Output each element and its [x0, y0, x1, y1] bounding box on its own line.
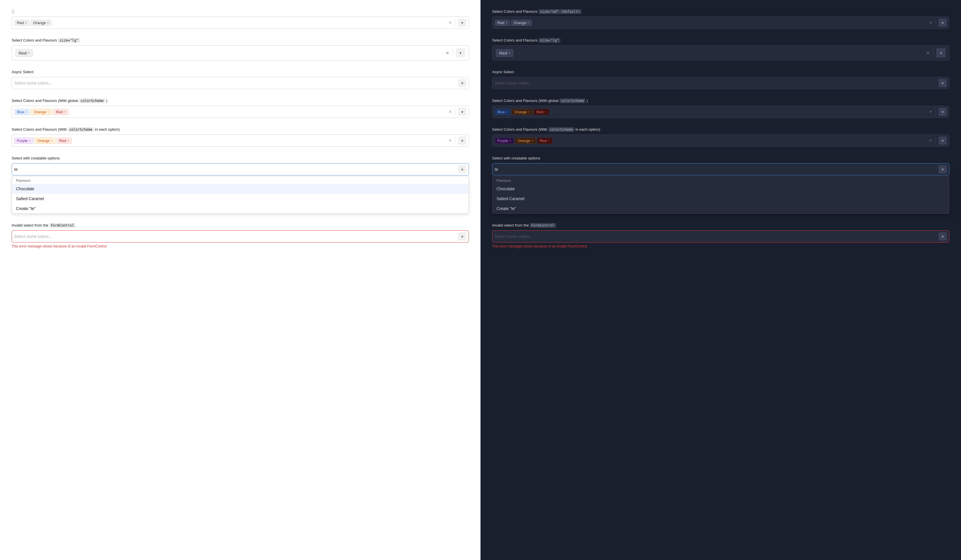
clear-button-per-option[interactable]: ×	[448, 138, 452, 143]
tag-red-global-dark-close[interactable]: ×	[545, 111, 546, 114]
select-actions-async-dark: ▾	[939, 79, 947, 87]
section-creatable: Select with creatable options ▾ Flavours…	[11, 156, 469, 214]
select-invalid[interactable]: Select some colors... ▾	[11, 230, 469, 242]
dropdown-item-salted-caramel-dark[interactable]: Salted Caramel	[492, 194, 949, 204]
select-actions-global: × ▾	[448, 108, 466, 116]
tags-area-lg-dark: Red ×	[496, 49, 924, 57]
select-async-dark[interactable]: Select some colors... ▾	[492, 77, 950, 89]
tag-red-dark: Red ×	[495, 20, 510, 26]
clear-button[interactable]: ×	[448, 20, 452, 26]
section-label-md-dark: Select Colors and Flavours size="md" (de…	[492, 9, 950, 14]
tag-orange-per-option-close[interactable]: ×	[51, 139, 53, 142]
select-actions-invalid-dark: ▾	[939, 233, 947, 241]
chevron-button-async[interactable]: ▾	[458, 79, 466, 87]
chevron-button-creatable[interactable]: ▾	[458, 165, 466, 173]
clear-button-lg-dark[interactable]: ×	[926, 50, 930, 56]
multiselect-lg-dark[interactable]: Red × × ▾	[492, 45, 950, 60]
dropdown-group-flavours-dark: Flavours	[492, 176, 949, 184]
dropdown-group-flavours: Flavours	[12, 176, 469, 184]
tag-orange-per-option-dark-close[interactable]: ×	[531, 139, 533, 142]
dropdown-item-chocolate-dark[interactable]: Chocolate	[492, 184, 949, 194]
dropdown-item-salted-caramel[interactable]: Salted Caramel	[12, 194, 469, 204]
chevron-button-global-dark[interactable]: ▾	[939, 108, 947, 116]
chevron-button-lg-dark[interactable]: ▾	[936, 48, 946, 58]
tag-red: Red ×	[14, 20, 29, 26]
tag-red-per-option-close[interactable]: ×	[67, 139, 69, 142]
multiselect-md-dark[interactable]: Red × Orange × × ▾	[492, 16, 950, 29]
clear-button-global-dark[interactable]: ×	[929, 109, 932, 115]
select-actions-creatable-dark: ▾	[939, 165, 947, 173]
chevron-button-per-option-dark[interactable]: ▾	[939, 136, 947, 144]
tag-red-close[interactable]: ×	[25, 21, 27, 24]
tag-red-global-dark: Red ×	[534, 109, 549, 115]
clear-button-global[interactable]: ×	[448, 109, 452, 115]
chevron-button-invalid[interactable]: ▾	[458, 233, 466, 241]
tag-red-dark-close[interactable]: ×	[506, 21, 507, 24]
tag-orange-global-dark-close[interactable]: ×	[528, 111, 530, 114]
tag-blue-dark: Blue ×	[495, 109, 510, 115]
select-async[interactable]: Select some colors... ▾	[11, 77, 469, 89]
chevron-button-per-option[interactable]: ▾	[458, 136, 466, 144]
section-label-global-dark: Select Colors and Flavours (With global …	[492, 98, 950, 103]
tag-purple-dark: Purple ×	[495, 138, 514, 144]
multiselect-md-default[interactable]: Red × Orange × × ▾	[11, 16, 469, 29]
creatable-dropdown-dark: Flavours Chocolate Salted Caramel Create…	[492, 176, 950, 214]
tag-blue: Blue ×	[14, 109, 30, 115]
chevron-button-invalid-dark[interactable]: ▾	[939, 233, 947, 241]
chevron-button[interactable]: ▾	[458, 19, 466, 27]
tag-purple-dark-close[interactable]: ×	[509, 139, 511, 142]
multiselect-lg[interactable]: Red × × ▾	[11, 45, 469, 60]
tag-blue-close[interactable]: ×	[26, 111, 27, 114]
creatable-input-dark[interactable]	[495, 167, 937, 172]
tag-orange-dark-close[interactable]: ×	[527, 21, 529, 24]
clear-button-dark[interactable]: ×	[929, 20, 932, 26]
section-label-async: Async Select	[11, 70, 469, 74]
section-label-per-option-dark: Select Colors and Flavours (With colorSc…	[492, 127, 950, 132]
creatable-input[interactable]	[14, 167, 456, 172]
tag-orange-global-close[interactable]: ×	[48, 111, 50, 114]
tag-red-global-close[interactable]: ×	[64, 111, 66, 114]
select-actions-lg: × ▾	[445, 48, 465, 58]
tags-area-dark: Red × Orange ×	[495, 20, 927, 26]
async-placeholder: Select some colors...	[14, 81, 52, 85]
section-label-per-option: Select Colors and Flavours (With colorSc…	[11, 127, 469, 132]
divider-global-dark	[935, 108, 936, 116]
dropdown-item-create[interactable]: Create "te"	[12, 204, 469, 213]
select-actions-per-option-dark: × ▾	[929, 136, 947, 144]
tag-blue-dark-close[interactable]: ×	[506, 111, 508, 114]
chevron-button-lg[interactable]: ▾	[456, 48, 465, 58]
light-panel: Red × Orange × × ▾ Select Colors and Fla…	[0, 0, 480, 560]
section-async-dark: Async Select Select some colors... ▾	[492, 70, 950, 89]
select-creatable[interactable]: ▾	[11, 163, 469, 175]
tag-purple-close[interactable]: ×	[29, 139, 31, 142]
error-message: This error message shows because of an i…	[11, 244, 469, 248]
chevron-button-creatable-dark[interactable]: ▾	[939, 165, 947, 173]
chevron-button-global[interactable]: ▾	[458, 108, 466, 116]
select-invalid-dark[interactable]: Select some colors... ▾	[492, 230, 950, 242]
section-label-creatable: Select with creatable options	[11, 156, 469, 160]
tag-orange-close[interactable]: ×	[47, 21, 49, 24]
section-md-default: Red × Orange × × ▾	[11, 9, 469, 29]
section-label-invalid-dark: Invalid select from the FormControl	[492, 223, 950, 228]
clear-button-per-option-dark[interactable]: ×	[929, 138, 932, 143]
select-actions-dark: × ▾	[929, 19, 947, 27]
dropdown-item-create-dark[interactable]: Create "te"	[492, 204, 949, 213]
tag-red-lg-close[interactable]: ×	[28, 51, 30, 55]
section-label-lg-dark: Select Colors and Flavours size="lg"	[492, 38, 950, 42]
tag-red-lg: Red ×	[15, 49, 33, 57]
multiselect-global[interactable]: Blue × Orange × Red × × ▾	[11, 106, 469, 118]
dark-panel: Select Colors and Flavours size="md" (de…	[480, 0, 961, 560]
dropdown-item-chocolate[interactable]: Chocolate	[12, 184, 469, 194]
clear-button-lg[interactable]: ×	[445, 50, 450, 56]
multiselect-global-dark[interactable]: Blue × Orange × Red × × ▾	[492, 106, 950, 118]
chevron-button-async-dark[interactable]: ▾	[939, 79, 947, 87]
multiselect-per-option-dark[interactable]: Purple × Orange × Red × × ▾	[492, 135, 950, 147]
select-creatable-dark[interactable]: ▾	[492, 163, 950, 175]
select-actions-global-dark: × ▾	[929, 108, 947, 116]
multiselect-per-option[interactable]: Purple × Orange × Red × × ▾	[11, 135, 469, 147]
select-actions-per-option: × ▾	[448, 136, 466, 144]
async-placeholder-dark: Select some colors...	[495, 81, 532, 85]
tag-red-per-option-dark-close[interactable]: ×	[548, 139, 550, 142]
tag-red-lg-dark-close[interactable]: ×	[508, 51, 510, 55]
chevron-button-dark[interactable]: ▾	[939, 19, 947, 27]
